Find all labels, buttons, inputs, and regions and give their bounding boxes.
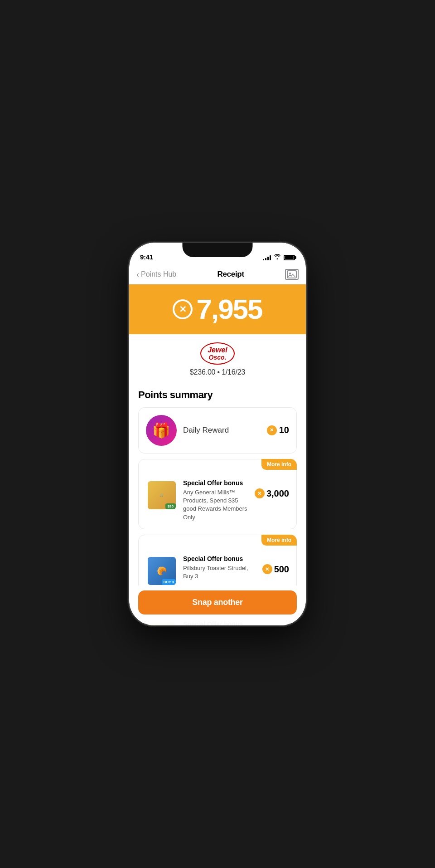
offer-card-general-mills: More info 🛒 $35 Special Offer bonus Any …: [138, 459, 297, 529]
general-mills-product-image: 🛒 $35: [146, 479, 178, 511]
svg-point-1: [289, 273, 291, 274]
back-label: Points Hub: [141, 270, 176, 278]
wifi-icon: [274, 254, 281, 261]
offer-1-points-value: 3,000: [266, 488, 289, 499]
store-transaction-details: $236.00 • 1/16/23: [190, 368, 245, 376]
offer-1-points: ✕ 3,000: [255, 479, 289, 499]
page-title: Receipt: [217, 270, 244, 279]
coin-icon-offer-1: ✕: [255, 488, 265, 498]
more-info-button-1[interactable]: More info: [261, 459, 297, 470]
offer-1-text: Special Offer bonus Any General Mills™ P…: [183, 479, 249, 522]
phone-frame: 9:41: [129, 243, 306, 625]
coin-icon-small: ✕: [267, 425, 277, 435]
signal-icon: [263, 255, 271, 260]
phone-screen: 9:41: [129, 243, 306, 625]
daily-reward-label: Daily Reward: [183, 426, 261, 435]
snap-another-button[interactable]: Snap another: [138, 590, 297, 614]
points-banner: ✕ 7,955: [129, 284, 306, 334]
battery-icon: [284, 255, 295, 260]
offer-2-points-value: 500: [274, 564, 289, 575]
store-name-osco: Osco.: [209, 354, 227, 361]
store-name-jewel: Jewel: [208, 346, 227, 354]
offer-2-title: Special Offer bonus: [183, 555, 257, 562]
chevron-left-icon: ‹: [136, 270, 139, 279]
offer-2-description: Pillsbury Toaster Strudel, Buy 3: [183, 564, 257, 580]
offer-2-text: Special Offer bonus Pillsbury Toaster St…: [183, 555, 257, 580]
back-button[interactable]: ‹ Points Hub: [136, 270, 176, 279]
daily-points-value: 10: [279, 425, 289, 435]
nav-bar: ‹ Points Hub Receipt: [129, 264, 306, 284]
status-time: 9:41: [140, 253, 153, 261]
total-points: 7,955: [196, 295, 262, 323]
image-picker-button[interactable]: [285, 269, 299, 280]
gift-icon: 🎁: [152, 422, 170, 439]
daily-reward-icon: 🎁: [146, 415, 177, 446]
daily-reward-points: ✕ 10: [267, 425, 289, 435]
phone-notch: [183, 243, 253, 257]
offer-2-points: ✕ 500: [262, 555, 289, 575]
scroll-content: ✕ 7,955 Jewel Osco. $236.00 • 1/16/23 Po…: [129, 284, 306, 625]
daily-reward-card: 🎁 Daily Reward ✕ 10: [138, 407, 297, 454]
points-summary-title: Points summary: [138, 389, 297, 401]
snap-button-container: Snap another: [129, 585, 306, 625]
jewel-osco-brand: Jewel Osco.: [200, 342, 235, 365]
coin-icon-offer-2: ✕: [262, 564, 272, 574]
price-badge: $35: [165, 503, 176, 509]
more-info-button-2[interactable]: More info: [261, 535, 297, 546]
status-icons: [263, 254, 295, 261]
offer-1-title: Special Offer bonus: [183, 479, 249, 487]
buy-badge: BUY 3: [162, 579, 176, 585]
points-coin-icon: ✕: [173, 299, 193, 319]
offer-1-description: Any General Mills™ Products, Spend $35 g…: [183, 488, 249, 522]
store-logo: Jewel Osco.: [200, 342, 235, 365]
store-section: Jewel Osco. $236.00 • 1/16/23: [129, 334, 306, 382]
pillsbury-product-image: 🥐 BUY 3: [146, 555, 178, 587]
